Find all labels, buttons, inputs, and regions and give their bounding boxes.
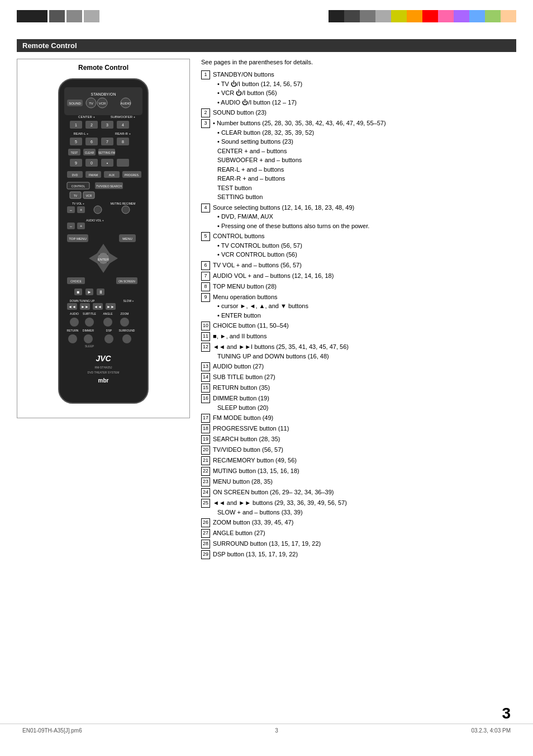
svg-point-110 bbox=[120, 318, 129, 327]
footer-center: 3 bbox=[275, 727, 278, 734]
item-sub-description: • Sound setting buttons (23) bbox=[213, 137, 516, 147]
svg-text:8: 8 bbox=[122, 140, 124, 144]
footer-right: 03.2.3, 4:03 PM bbox=[471, 727, 511, 734]
svg-text:CLEAR: CLEAR bbox=[85, 151, 94, 154]
item-number: 22 bbox=[201, 467, 210, 476]
svg-text:–: – bbox=[70, 208, 72, 212]
item-description: ZOOM button (33, 39, 45, 47) bbox=[213, 518, 516, 527]
item-sub-description: • cursor ►, ◄, ▲, and ▼ buttons bbox=[213, 301, 516, 311]
svg-text:CONTROL: CONTROL bbox=[72, 185, 85, 188]
item-sub-description: • VCR CONTROL button (56) bbox=[213, 250, 516, 259]
svg-text:MENU: MENU bbox=[122, 237, 132, 240]
svg-text:►: ► bbox=[87, 290, 92, 295]
svg-text:DVD: DVD bbox=[72, 173, 78, 177]
item-number: 27 bbox=[201, 529, 210, 538]
item-sub-description: REAR-R + and – buttons bbox=[213, 174, 516, 183]
svg-text:SLOW +: SLOW + bbox=[123, 299, 134, 303]
svg-text:SURROUND: SURROUND bbox=[119, 329, 135, 332]
item-description: SUB TITLE button (27) bbox=[213, 372, 516, 382]
svg-rect-43 bbox=[117, 159, 129, 167]
item-number: 23 bbox=[201, 478, 210, 486]
item-description: MENU button (28, 35) bbox=[213, 477, 516, 486]
svg-text:TV VOL +: TV VOL + bbox=[72, 202, 84, 205]
svg-text:TOP MENU: TOP MENU bbox=[69, 237, 86, 240]
footer-left: EN01-09TH-A35[J].pm6 bbox=[22, 727, 82, 734]
svg-text:1: 1 bbox=[75, 123, 77, 127]
item-description: ON SCREEN button (26, 29– 32, 34, 36–39) bbox=[213, 488, 516, 497]
list-item: 20TV/VIDEO button (56, 57) bbox=[201, 445, 516, 455]
item-number: 3 bbox=[201, 119, 210, 128]
item-description: AUDIO VOL + and – buttons (12, 14, 16, 1… bbox=[213, 271, 516, 281]
svg-text:SOUND: SOUND bbox=[69, 102, 81, 105]
item-number: 6 bbox=[201, 261, 210, 270]
list-item: 8TOP MENU button (28) bbox=[201, 282, 516, 291]
item-sub-description: TEST button bbox=[213, 183, 516, 193]
item-sub-description: • Pressing one of these buttons also tur… bbox=[213, 221, 516, 231]
svg-text:REAR-R +: REAR-R + bbox=[115, 132, 131, 135]
item-number: 18 bbox=[201, 424, 210, 433]
item-description: ◄◄ and ►► buttons (29, 33, 36, 39, 49, 5… bbox=[213, 498, 516, 517]
item-sub-description: CENTER + and – buttons bbox=[213, 147, 516, 156]
item-number: 28 bbox=[201, 540, 210, 549]
item-description: ◄◄ and ►►I buttons (25, 35, 41, 43, 45, … bbox=[213, 342, 516, 361]
svg-text:CHOICE: CHOICE bbox=[70, 280, 82, 283]
item-number: 15 bbox=[201, 384, 210, 393]
item-number: 16 bbox=[201, 394, 210, 403]
svg-point-107 bbox=[70, 318, 79, 327]
item-number: 13 bbox=[201, 362, 210, 371]
item-description: FM MODE button (49) bbox=[213, 413, 516, 423]
item-description: ANGLE button (27) bbox=[213, 528, 516, 538]
svg-text:JVC: JVC bbox=[96, 354, 111, 363]
item-number: 24 bbox=[201, 488, 210, 497]
item-number: 26 bbox=[201, 518, 210, 527]
list-item: 7AUDIO VOL + and – buttons (12, 14, 16, … bbox=[201, 271, 516, 281]
svg-text:7: 7 bbox=[106, 140, 108, 144]
svg-text:◄◄: ◄◄ bbox=[68, 305, 76, 309]
svg-text:REAR-L +: REAR-L + bbox=[74, 132, 89, 135]
svg-text:ANGLE: ANGLE bbox=[103, 312, 113, 315]
svg-text:RETURN: RETURN bbox=[67, 329, 79, 332]
svg-text:ZOOM: ZOOM bbox=[121, 312, 129, 315]
item-description: TV VOL + and – buttons (56, 57) bbox=[213, 261, 516, 270]
svg-text:TV: TV bbox=[74, 194, 78, 197]
two-col-layout: Remote Control STANDBY/ON SOUND TV bbox=[17, 59, 516, 560]
top-color-bar bbox=[329, 10, 516, 22]
item-sub-description: • TV CONTROL button (56, 57) bbox=[213, 241, 516, 251]
item-number: 11 bbox=[201, 332, 210, 341]
svg-text:AUDIO: AUDIO bbox=[120, 102, 131, 105]
item-number: 21 bbox=[201, 456, 210, 465]
svg-text:5: 5 bbox=[75, 140, 77, 144]
item-sub-description: • CLEAR button (28, 32, 35, 39, 52) bbox=[213, 128, 516, 138]
item-description: SOUND button (23) bbox=[213, 108, 516, 117]
remote-control-svg: STANDBY/ON SOUND TV VCR AUDIO CENTER + S bbox=[36, 76, 170, 412]
svg-text:DSP: DSP bbox=[106, 329, 112, 332]
item-sub-description: SLOW + and – buttons (33, 39) bbox=[213, 508, 516, 517]
item-number: 19 bbox=[201, 435, 210, 444]
svg-text:DIMMER: DIMMER bbox=[83, 329, 94, 332]
item-description: CONTROL buttons• TV CONTROL button (56, … bbox=[213, 231, 516, 259]
svg-text:DVD THEATER SYSTEM: DVD THEATER SYSTEM bbox=[88, 371, 120, 374]
item-number: 9 bbox=[201, 293, 210, 302]
svg-text:SLEEP: SLEEP bbox=[85, 344, 94, 348]
item-description: SEARCH button (28, 35) bbox=[213, 434, 516, 444]
list-item: 24ON SCREEN button (26, 29– 32, 34, 36–3… bbox=[201, 488, 516, 497]
item-number: 5 bbox=[201, 232, 210, 241]
top-black-bar bbox=[17, 10, 99, 22]
item-number: 8 bbox=[201, 282, 210, 291]
item-number: 20 bbox=[201, 446, 210, 455]
remote-box: Remote Control STANDBY/ON SOUND TV bbox=[17, 59, 190, 418]
item-description: MUTING button (13, 15, 16, 18) bbox=[213, 466, 516, 476]
svg-text:◄◄: ◄◄ bbox=[94, 305, 102, 309]
item-description: Source selecting buttons (12, 14, 16, 18… bbox=[213, 203, 516, 231]
svg-text:TV/VIDEO SEARCH: TV/VIDEO SEARCH bbox=[96, 185, 122, 188]
item-description: Menu operation buttons• cursor ►, ◄, ▲, … bbox=[213, 292, 516, 320]
item-description: STANDBY/ON buttons• TV ⏻/I button (12, 1… bbox=[213, 70, 516, 107]
svg-text:3: 3 bbox=[106, 123, 108, 127]
list-item: 3• Number buttons (25, 28, 30, 35, 38, 4… bbox=[201, 119, 516, 202]
item-description: AUDIO button (27) bbox=[213, 362, 516, 371]
svg-point-67 bbox=[122, 206, 130, 214]
svg-text:AUDIO VOL +: AUDIO VOL + bbox=[86, 219, 103, 222]
item-sub-description: • ENTER button bbox=[213, 311, 516, 320]
item-number: 4 bbox=[201, 204, 210, 212]
item-number: 7 bbox=[201, 272, 210, 281]
